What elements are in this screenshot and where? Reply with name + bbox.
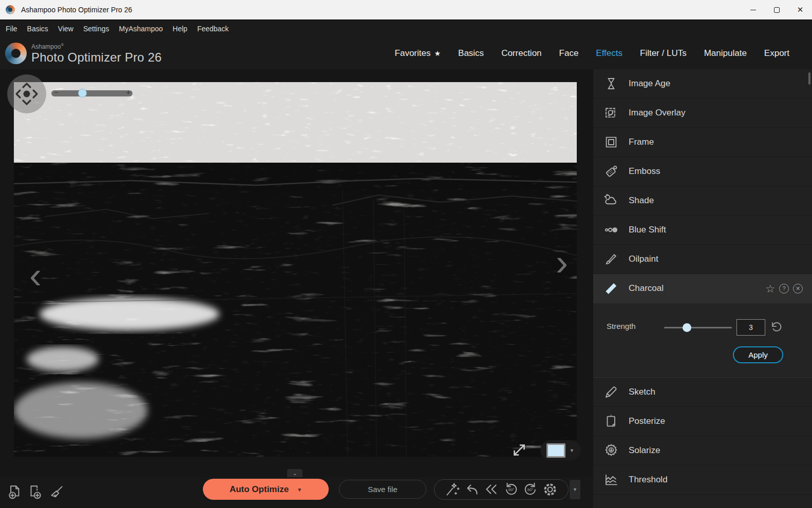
zoom-slider[interactable]: − +: [51, 90, 133, 96]
menu-view[interactable]: View: [58, 25, 73, 33]
rotate-right-button[interactable]: 90°: [522, 480, 539, 499]
menu-file[interactable]: File: [6, 25, 17, 33]
tab-filter-luts[interactable]: Filter / LUTs: [640, 48, 687, 58]
pan-center-dot: [24, 91, 30, 97]
pan-control[interactable]: [7, 74, 46, 113]
strength-label: Strength: [607, 322, 636, 330]
effect-label: Image Overlay: [629, 108, 686, 118]
tool-group-dropdown[interactable]: ▼: [570, 480, 580, 499]
effect-label: Threshold: [629, 475, 668, 485]
menu-help[interactable]: Help: [173, 25, 187, 33]
effect-item-threshold[interactable]: Threshold: [593, 465, 812, 495]
reset-button[interactable]: [769, 320, 783, 335]
prev-image-chevron[interactable]: ‹: [29, 257, 42, 294]
effect-item-shade[interactable]: Shade: [593, 186, 812, 216]
emboss-icon: [603, 164, 619, 179]
effect-label: Oilpaint: [629, 254, 658, 264]
threshold-icon: [603, 472, 619, 487]
tool-group: 90° 90°: [434, 479, 569, 500]
canvas-area: ‹ › − +: [0, 69, 593, 477]
settings-button[interactable]: [541, 480, 559, 499]
effect-item-charcoal[interactable]: Charcoal ☆ ? ✕: [593, 274, 812, 303]
strength-slider-handle[interactable]: [683, 323, 691, 332]
charcoal-icon: [603, 281, 619, 296]
image-overlay-icon: [603, 105, 619, 121]
effect-item-oilpaint[interactable]: Oilpaint: [593, 245, 812, 274]
window-controls: ✕: [741, 0, 812, 19]
menu-settings[interactable]: Settings: [83, 25, 109, 33]
effect-label: Sketch: [629, 387, 655, 397]
magic-wand-button[interactable]: [444, 480, 461, 499]
favorite-star-icon[interactable]: ☆: [765, 283, 775, 294]
partial-effect-icon: [603, 501, 619, 508]
photo-preview[interactable]: ‹: [14, 82, 577, 457]
oilpaint-icon: [603, 251, 619, 267]
effect-item-image-age[interactable]: Image Age: [593, 69, 812, 99]
favorites-star-icon: ★: [434, 49, 441, 57]
effect-item-emboss[interactable]: Emboss: [593, 157, 812, 186]
tab-basics[interactable]: Basics: [458, 48, 484, 58]
effect-label: Blue Shift: [629, 225, 666, 235]
effect-item-sketch[interactable]: Sketch: [593, 378, 812, 407]
tab-face[interactable]: Face: [559, 48, 579, 58]
effect-item-frame[interactable]: Frame: [593, 128, 812, 157]
effect-item-solarize[interactable]: Solarize: [593, 436, 812, 465]
product-name: Photo Optimizer Pro 26: [31, 51, 162, 64]
preview-mode-icon: [546, 443, 565, 458]
tab-effects[interactable]: Effects: [596, 48, 622, 58]
clear-list-button[interactable]: [47, 483, 65, 502]
caret-down-icon[interactable]: ▼: [570, 448, 574, 453]
add-images-button[interactable]: [26, 483, 45, 502]
fullscreen-expand-button[interactable]: [510, 441, 528, 459]
auto-optimize-button[interactable]: Auto Optimize ▼: [203, 479, 329, 500]
effect-label: Solarize: [629, 445, 660, 456]
effects-sidebar: Image AgeImage OverlayFrameEmbossShadeBl…: [593, 69, 812, 508]
collapse-toolbar-tab[interactable]: ⌄: [287, 469, 303, 477]
solarize-icon: [603, 443, 619, 458]
undo-all-button[interactable]: [483, 480, 500, 499]
effect-label: Image Age: [629, 79, 670, 89]
zoom-in-icon[interactable]: +: [126, 88, 130, 96]
titlebar: Ashampoo Photo Optimizer Pro 26 ✕: [0, 0, 812, 19]
undo-all-icon: [486, 485, 490, 494]
effect-label: Posterize: [629, 416, 665, 426]
maximize-button[interactable]: [765, 0, 788, 19]
sidebar-scrollbar[interactable]: [808, 72, 810, 85]
tab-manipulate[interactable]: Manipulate: [704, 48, 747, 58]
tab-favorites[interactable]: Favorites★: [395, 48, 441, 58]
zoom-slider-handle[interactable]: [78, 89, 87, 97]
hourglass-icon: [603, 76, 619, 91]
menu-myashampoo[interactable]: MyAshampoo: [119, 25, 163, 33]
caret-down-icon[interactable]: ▼: [297, 487, 302, 493]
zoom-out-icon[interactable]: −: [54, 88, 58, 96]
next-image-chevron[interactable]: ›: [556, 244, 568, 281]
menu-feedback[interactable]: Feedback: [197, 25, 229, 33]
minimize-button[interactable]: [741, 0, 765, 19]
menu-basics[interactable]: Basics: [27, 25, 48, 33]
sketch-icon: [603, 384, 619, 400]
undo-button[interactable]: [463, 480, 481, 499]
deactivate-icon[interactable]: ✕: [793, 284, 803, 294]
effect-item-image-overlay[interactable]: Image Overlay: [593, 99, 812, 128]
save-file-button[interactable]: Save file: [339, 480, 426, 499]
posterize-icon: [603, 414, 619, 429]
preview-mode-button[interactable]: ▼: [540, 440, 581, 460]
effect-item-item[interactable]: [593, 495, 812, 508]
strength-slider[interactable]: [664, 327, 732, 328]
tab-export[interactable]: Export: [764, 48, 789, 58]
tab-correction[interactable]: Correction: [501, 48, 541, 58]
window-title: Ashampoo Photo Optimizer Pro 26: [21, 6, 132, 14]
header: Ashampoo® Photo Optimizer Pro 26 Favorit…: [0, 37, 812, 69]
magic-wand-icon: [447, 488, 452, 495]
strength-value-input[interactable]: 3: [737, 319, 765, 336]
effect-item-posterize[interactable]: Posterize: [593, 407, 812, 436]
close-button[interactable]: ✕: [788, 0, 812, 19]
effect-item-blue-shift[interactable]: Blue Shift: [593, 216, 812, 245]
help-icon[interactable]: ?: [779, 284, 789, 294]
clear-list-icon: [57, 486, 62, 492]
rotate-left-button[interactable]: 90°: [502, 480, 520, 499]
apply-button[interactable]: Apply: [733, 346, 783, 363]
blue-shift-icon: [603, 222, 619, 238]
main-tabs: Favorites★BasicsCorrectionFaceEffectsFil…: [395, 48, 812, 58]
add-image-button[interactable]: [6, 483, 24, 502]
